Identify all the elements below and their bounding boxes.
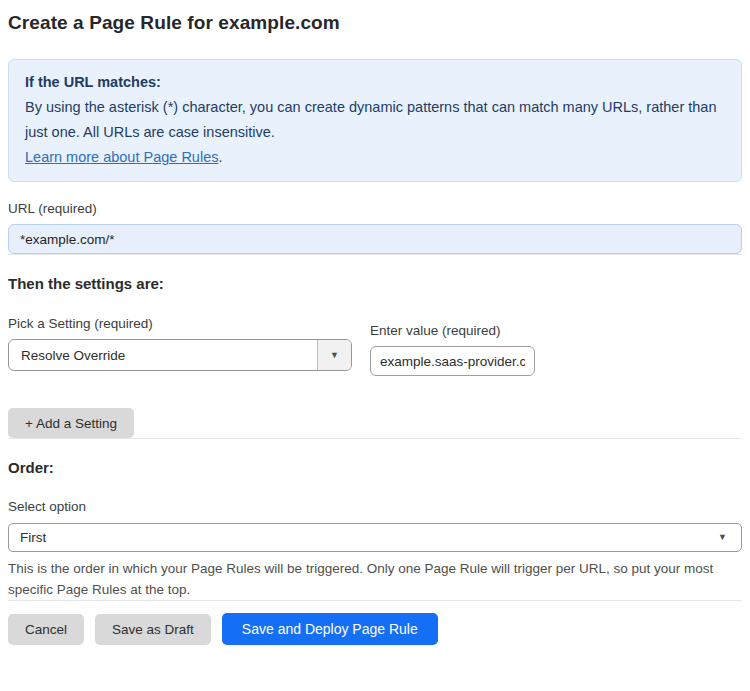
chevron-down-icon: ▼ — [330, 351, 339, 360]
setting-value-column: Enter value (required) — [370, 292, 535, 376]
setting-value-label: Enter value (required) — [370, 323, 535, 338]
page-title: Create a Page Rule for example.com — [8, 12, 742, 34]
info-box-heading: If the URL matches: — [25, 70, 725, 95]
link-suffix: . — [218, 149, 222, 165]
settings-row: Pick a Setting (required) Resolve Overri… — [8, 292, 742, 376]
setting-dropdown-value: Resolve Override — [9, 340, 317, 370]
order-help-text: This is the order in which your Page Rul… — [8, 558, 742, 600]
order-select-label: Select option — [8, 499, 742, 514]
url-input[interactable] — [8, 224, 742, 254]
setting-value-input[interactable] — [370, 346, 535, 376]
divider — [8, 438, 742, 439]
chevron-down-icon: ▼ — [718, 533, 727, 542]
add-setting-button[interactable]: + Add a Setting — [8, 408, 134, 438]
info-box-body: By using the asterisk (*) character, you… — [25, 95, 725, 145]
footer-actions: Cancel Save as Draft Save and Deploy Pag… — [8, 613, 742, 657]
setting-picker-column: Pick a Setting (required) Resolve Overri… — [8, 292, 352, 371]
url-match-info-box: If the URL matches: By using the asteris… — [8, 59, 742, 182]
divider — [8, 254, 742, 255]
setting-dropdown[interactable]: Resolve Override ▼ — [8, 339, 352, 371]
save-draft-button[interactable]: Save as Draft — [95, 614, 211, 645]
setting-picker-label: Pick a Setting (required) — [8, 316, 352, 331]
order-select[interactable]: First ▼ — [8, 523, 742, 552]
cancel-button[interactable]: Cancel — [8, 614, 84, 645]
url-field-label: URL (required) — [8, 201, 742, 216]
divider — [8, 600, 742, 601]
learn-more-link[interactable]: Learn more about Page Rules — [25, 149, 218, 165]
setting-dropdown-caret-button[interactable]: ▼ — [317, 340, 351, 370]
settings-section-heading: Then the settings are: — [8, 275, 742, 292]
save-deploy-button[interactable]: Save and Deploy Page Rule — [222, 613, 438, 645]
page-rule-form: Create a Page Rule for example.com If th… — [0, 0, 750, 657]
info-box-link-line: Learn more about Page Rules. — [25, 145, 725, 170]
order-select-value: First — [20, 530, 46, 545]
order-section-heading: Order: — [8, 459, 742, 476]
